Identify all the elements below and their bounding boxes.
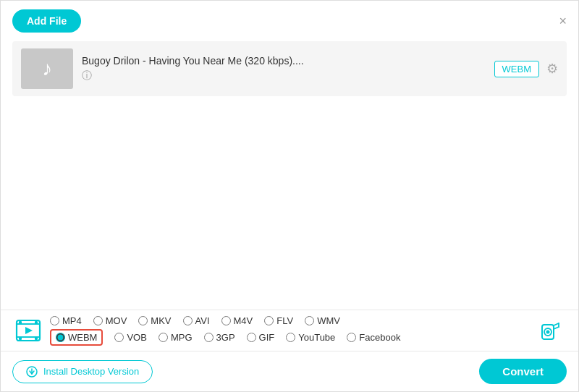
download-icon	[26, 366, 38, 378]
format-radio-mov[interactable]	[93, 316, 103, 325]
format-row-1: MP4 MOV MKV AVI M4V	[50, 315, 532, 326]
format-option-flv[interactable]: FLV	[264, 315, 293, 326]
format-radio-wmv[interactable]	[305, 316, 314, 325]
format-option-wmv[interactable]: WMV	[305, 315, 340, 326]
format-label-gif: GIF	[259, 332, 275, 343]
format-selector-row: MP4 MOV MKV AVI M4V	[1, 310, 578, 351]
format-radio-gif[interactable]	[247, 333, 256, 342]
add-file-button[interactable]: Add File	[12, 9, 81, 33]
settings-icon[interactable]: ⚙	[546, 61, 558, 77]
svg-rect-6	[19, 337, 22, 340]
format-label-wmv: WMV	[317, 315, 340, 326]
info-icon[interactable]: ⓘ	[82, 69, 486, 82]
header: Add File ×	[1, 1, 578, 38]
format-option-youtube[interactable]: YouTube	[286, 332, 335, 343]
file-actions: WEBM ⚙	[494, 61, 558, 77]
format-option-mpg[interactable]: MPG	[159, 332, 193, 343]
format-option-mov[interactable]: MOV	[93, 315, 127, 326]
format-label-3gp: 3GP	[216, 332, 235, 343]
film-icon	[15, 318, 41, 344]
format-label-mpg: MPG	[171, 332, 193, 343]
format-radio-flv[interactable]	[264, 316, 274, 325]
format-option-facebook[interactable]: Facebook	[347, 332, 400, 343]
file-thumbnail: ♪	[21, 48, 73, 89]
format-label-youtube: YouTube	[298, 332, 335, 343]
file-name: Bugoy Drilon - Having You Near Me (320 k…	[82, 55, 486, 67]
audio-icon	[539, 319, 562, 342]
format-label-mov: MOV	[106, 315, 127, 326]
svg-marker-8	[25, 327, 33, 334]
format-radio-mpg[interactable]	[159, 333, 168, 342]
file-info: Bugoy Drilon - Having You Near Me (320 k…	[82, 55, 486, 82]
format-option-gif[interactable]: GIF	[247, 332, 275, 343]
format-badge-button[interactable]: WEBM	[494, 61, 539, 77]
format-radio-mkv[interactable]	[138, 316, 148, 325]
format-option-mkv[interactable]: MKV	[138, 315, 171, 326]
format-radio-3gp[interactable]	[204, 333, 214, 342]
format-radio-facebook[interactable]	[347, 333, 356, 342]
format-radio-avi[interactable]	[183, 316, 193, 325]
formats-container: MP4 MOV MKV AVI M4V	[50, 315, 532, 346]
convert-button[interactable]: Convert	[479, 359, 567, 384]
format-option-webm[interactable]: WEBM	[50, 329, 103, 346]
close-button[interactable]: ×	[559, 14, 567, 27]
bottom-bar: MP4 MOV MKV AVI M4V	[1, 310, 578, 391]
format-radio-mp4[interactable]	[50, 316, 59, 325]
format-label-mkv: MKV	[151, 315, 171, 326]
format-option-3gp[interactable]: 3GP	[204, 332, 235, 343]
svg-rect-5	[35, 321, 38, 324]
format-radio-youtube[interactable]	[286, 333, 295, 342]
format-option-m4v[interactable]: M4V	[221, 315, 253, 326]
format-label-flv: FLV	[276, 315, 293, 326]
music-note-icon: ♪	[42, 57, 52, 80]
format-label-mp4: MP4	[62, 315, 82, 326]
svg-rect-4	[19, 321, 22, 324]
svg-line-13	[554, 327, 559, 329]
file-item: ♪ Bugoy Drilon - Having You Near Me (320…	[12, 41, 567, 96]
content-area	[1, 96, 578, 284]
file-list: ♪ Bugoy Drilon - Having You Near Me (320…	[1, 41, 578, 96]
format-option-mp4[interactable]: MP4	[50, 315, 82, 326]
action-bar: Install Desktop Version Convert	[1, 351, 578, 391]
install-desktop-button[interactable]: Install Desktop Version	[12, 360, 153, 383]
format-option-avi[interactable]: AVI	[183, 315, 210, 326]
format-label-facebook: Facebook	[359, 332, 400, 343]
format-option-vob[interactable]: VOB	[114, 332, 146, 343]
format-label-m4v: M4V	[234, 315, 253, 326]
format-row-2: WEBM VOB MPG 3GP GIF	[50, 329, 532, 346]
audio-format-icon-btn[interactable]	[535, 315, 567, 346]
svg-rect-7	[35, 337, 38, 340]
format-label-avi: AVI	[195, 315, 210, 326]
svg-point-11	[546, 331, 550, 334]
format-radio-webm[interactable]	[56, 333, 65, 342]
format-label-vob: VOB	[127, 332, 146, 343]
svg-line-12	[554, 323, 559, 325]
format-label-webm: WEBM	[68, 332, 97, 343]
format-radio-vob[interactable]	[114, 333, 124, 342]
video-format-icon-btn[interactable]	[12, 315, 44, 346]
format-radio-m4v[interactable]	[221, 316, 231, 325]
install-label: Install Desktop Version	[43, 366, 139, 377]
